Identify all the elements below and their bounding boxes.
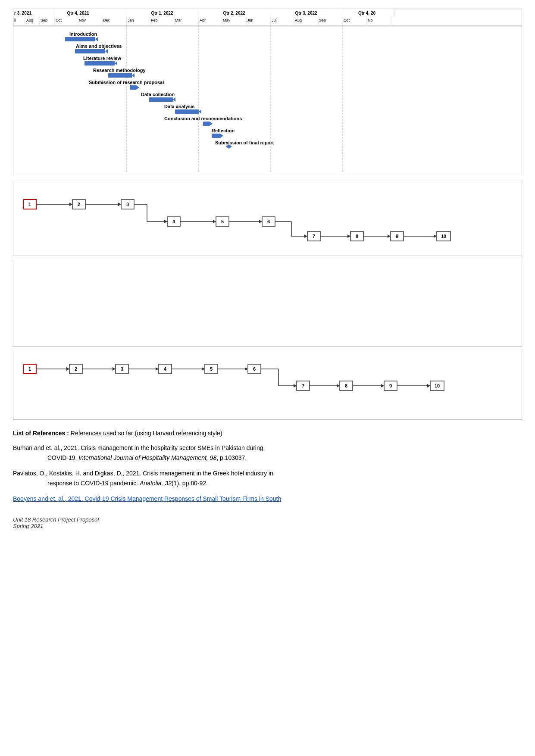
svg-marker-126 [434,234,437,238]
svg-text:Data collection: Data collection [141,92,175,97]
svg-text:Sep: Sep [41,18,47,22]
reference-item-1: Burhan and et. al., 2021. Crisis managem… [13,443,522,462]
svg-text:May: May [223,18,231,22]
svg-text:5: 5 [221,219,224,224]
empty-space [13,260,522,347]
svg-text:No: No [368,18,373,22]
svg-text:7: 7 [302,383,304,388]
svg-marker-66 [115,61,117,66]
svg-marker-158 [337,384,340,387]
svg-marker-94 [118,203,121,206]
svg-text:Jul: Jul [272,18,277,22]
gantt-chart-section: r 3, 2021 Qtr 4, 2021 Qtr 1, 2022 Qtr 2,… [13,9,522,173]
svg-rect-4 [54,9,126,17]
svg-text:Oct: Oct [344,18,350,22]
footer-line1: Unit 18 Research Project Proposal– [13,516,522,523]
svg-text:3: 3 [126,202,129,207]
svg-rect-62 [75,49,105,53]
svg-text:5: 5 [210,366,213,372]
svg-marker-90 [69,203,72,206]
svg-marker-114 [304,234,307,238]
svg-text:il: il [14,18,16,22]
svg-marker-104 [213,220,216,223]
svg-text:Submission of final report: Submission of final report [215,140,274,145]
svg-text:9: 9 [396,234,398,239]
svg-marker-166 [427,384,430,387]
references-title: List of References : References used so … [13,428,522,438]
svg-text:r 3, 2021: r 3, 2021 [14,11,31,16]
svg-rect-59 [65,37,95,41]
svg-text:Reflection: Reflection [212,128,235,133]
svg-marker-144 [202,367,205,371]
svg-marker-122 [388,234,391,238]
svg-text:Submission of research proposa: Submission of research proposal [89,80,164,85]
svg-marker-140 [156,367,159,371]
references-section: List of References : References used so … [13,428,522,503]
svg-text:Mar: Mar [175,18,182,22]
network-svg-1: 1 2 3 4 [20,189,511,249]
svg-text:Jan: Jan [128,18,134,22]
svg-rect-68 [108,73,132,78]
svg-marker-75 [173,97,175,102]
svg-text:2: 2 [78,202,80,207]
svg-text:Qtr 4, 20: Qtr 4, 20 [358,11,375,16]
svg-marker-136 [113,367,116,371]
svg-text:10: 10 [441,234,446,239]
network-diagram-1: 1 2 3 4 [13,182,522,256]
svg-text:Aims and objectives: Aims and objectives [76,44,122,49]
svg-marker-78 [199,109,201,114]
svg-marker-118 [347,234,350,238]
svg-rect-65 [84,61,115,66]
svg-text:4: 4 [164,366,167,372]
reference-item-2: Pavlatos, O., Kostakis, H. and Digkas, D… [13,469,522,488]
svg-marker-148 [245,367,248,371]
svg-text:Conclusion and recommendations: Conclusion and recommendations [164,116,242,121]
svg-text:4: 4 [172,219,175,224]
svg-text:3: 3 [121,366,123,372]
svg-text:Qtr 2, 2022: Qtr 2, 2022 [223,11,245,16]
svg-text:Apr: Apr [200,18,206,22]
svg-text:Dec: Dec [103,18,110,22]
svg-text:8: 8 [356,234,358,239]
reference-item-3: Booyens and et. al., 2021. Covid-19 Cris… [13,494,522,503]
svg-text:Research methodology: Research methodology [93,68,146,73]
svg-text:Qtr 4, 2021: Qtr 4, 2021 [67,11,89,16]
svg-text:6: 6 [267,219,270,224]
svg-text:9: 9 [389,383,392,388]
svg-text:10: 10 [435,383,440,388]
svg-marker-100 [164,220,167,223]
svg-marker-108 [259,220,262,223]
svg-text:Aug: Aug [295,18,302,22]
svg-text:Literature review: Literature review [83,56,121,61]
svg-text:Qtr 3, 2022: Qtr 3, 2022 [295,11,317,16]
network-svg-2: 1 2 3 4 [20,358,511,401]
svg-text:Sep: Sep [319,18,326,22]
svg-text:1: 1 [28,202,31,207]
svg-marker-60 [95,37,98,41]
svg-text:Jun: Jun [247,18,253,22]
svg-text:Qtr 1, 2022: Qtr 1, 2022 [151,11,173,16]
svg-rect-74 [149,97,173,102]
svg-text:Aug: Aug [26,18,33,22]
svg-marker-132 [66,367,69,371]
svg-rect-77 [175,109,199,114]
gantt-svg: r 3, 2021 Qtr 4, 2021 Qtr 1, 2022 Qtr 2,… [13,9,522,173]
svg-text:Data analysis: Data analysis [164,104,194,109]
svg-text:7: 7 [313,234,315,239]
page-container: r 3, 2021 Qtr 4, 2021 Qtr 1, 2022 Qtr 2,… [0,9,535,756]
svg-text:Nov: Nov [79,18,86,22]
svg-text:Introduction: Introduction [69,31,97,37]
svg-marker-69 [132,73,135,78]
svg-text:Feb: Feb [151,18,158,22]
svg-marker-162 [381,384,384,387]
svg-text:8: 8 [345,383,347,388]
svg-text:1: 1 [28,366,31,372]
footer: Unit 18 Research Project Proposal– Sprin… [13,516,522,529]
footer-line2: Spring 2021 [13,523,522,529]
svg-marker-154 [294,384,297,387]
svg-text:2: 2 [75,366,77,372]
svg-text:6: 6 [253,366,256,372]
svg-text:Oct: Oct [56,18,62,22]
svg-marker-63 [105,49,108,53]
network-diagram-2: 1 2 3 4 [13,351,522,420]
